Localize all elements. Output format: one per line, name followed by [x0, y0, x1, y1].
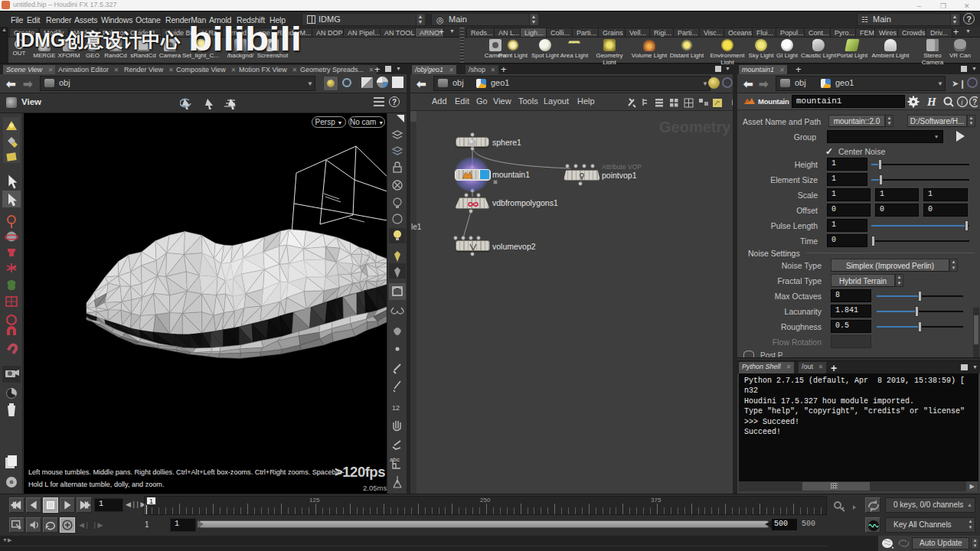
svg-text:12: 12	[392, 404, 400, 412]
svg-text:H: H	[926, 96, 937, 108]
svg-text:i: i	[961, 98, 963, 106]
svg-text:?: ?	[972, 98, 977, 106]
